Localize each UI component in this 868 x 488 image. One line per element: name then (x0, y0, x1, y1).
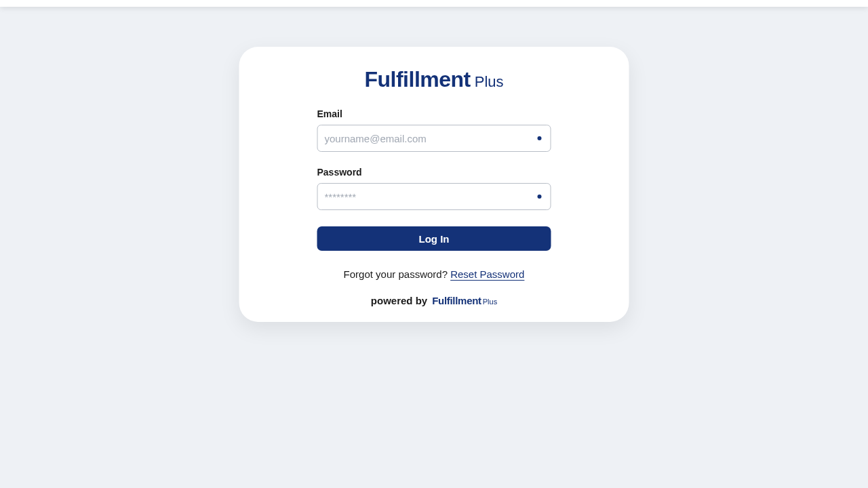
powered-by-row: powered by FulfillmentPlus (317, 295, 551, 307)
required-indicator-icon (538, 136, 542, 140)
logo-sub-text: Plus (475, 73, 504, 91)
brand-logo: Fulfillment Plus (317, 67, 551, 92)
email-input-wrapper (317, 125, 551, 152)
footer-logo-main: Fulfillment (432, 295, 481, 306)
logo-main-text: Fulfillment (364, 67, 470, 92)
email-label: Email (317, 108, 551, 119)
top-bar (0, 0, 868, 7)
footer-logo: FulfillmentPlus (432, 295, 497, 307)
powered-by-text: powered by (371, 295, 427, 306)
password-input-wrapper (317, 183, 551, 210)
email-field-group: Email (317, 108, 551, 152)
required-indicator-icon (538, 195, 542, 199)
login-button[interactable]: Log In (317, 226, 551, 251)
email-field[interactable] (317, 125, 551, 152)
login-card: Fulfillment Plus Email Password Log In F… (239, 47, 629, 322)
forgot-password-row: Forgot your password? Reset Password (317, 268, 551, 280)
footer-logo-sub: Plus (483, 298, 497, 306)
password-field-group: Password (317, 167, 551, 210)
password-field[interactable] (317, 183, 551, 210)
forgot-question: Forgot your password? (344, 268, 451, 280)
reset-password-link[interactable]: Reset Password (450, 268, 524, 280)
password-label: Password (317, 167, 551, 178)
